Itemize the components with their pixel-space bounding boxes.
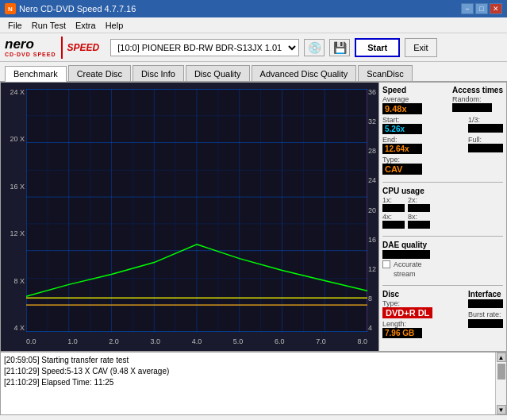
average-label: Average	[382, 95, 422, 103]
logo-nero: nero	[5, 37, 34, 52]
maximize-button[interactable]: □	[475, 3, 488, 14]
log-row-0: [20:59:05] Starting transfer rate test	[4, 355, 492, 366]
tab-benchmark[interactable]: Benchmark	[5, 66, 67, 82]
logo-sub: CD·DVD SPEED	[5, 52, 56, 57]
y-label-24: 24 X	[10, 89, 25, 96]
chart-svg	[26, 89, 367, 332]
y-label-4: 4 X	[13, 325, 25, 332]
end-value: 12.64x	[382, 144, 422, 154]
y-right-24: 24	[368, 177, 376, 184]
menu-run-test[interactable]: Run Test	[27, 19, 71, 32]
y-right-8: 8	[368, 295, 372, 302]
interface-label: Interface	[468, 290, 503, 299]
disc-section: Disc Type: DVD+R DL Length: 7.96 GB Inte…	[382, 290, 503, 338]
accurate-stream-checkbox[interactable]	[382, 260, 390, 268]
stream-label: stream	[394, 270, 416, 278]
divider1	[382, 182, 503, 183]
start-label: Start:	[382, 116, 422, 124]
tab-advanced-disc-quality[interactable]: Advanced Disc Quality	[252, 65, 357, 81]
y-axis-right: 36 32 28 24 20 16 12 8 4	[367, 89, 378, 332]
logo-area: nero CD·DVD SPEED SPEED	[5, 37, 99, 59]
disc-icon-button[interactable]: 💿	[304, 39, 325, 56]
length-label: Length:	[382, 320, 432, 328]
accurate-label: Accurate	[394, 260, 422, 268]
titlebar-left: N Nero CD-DVD Speed 4.7.7.16	[5, 3, 136, 14]
cpu-8x-label: 8x:	[408, 213, 430, 221]
disc-type-label: Type:	[382, 299, 432, 307]
y-right-36: 36	[368, 89, 376, 96]
x-label-1: 1.0	[67, 337, 78, 345]
minimize-button[interactable]: −	[461, 3, 474, 14]
speed-section: Speed Average 9.48x Access times Random:…	[382, 86, 503, 175]
end-label: End:	[382, 136, 422, 144]
burst-label: Burst rate:	[468, 310, 503, 318]
exit-button[interactable]: Exit	[405, 38, 436, 57]
logo-speed: SPEED	[67, 42, 100, 53]
main-content: 24 X 20 X 16 X 12 X 8 X 4 X	[0, 82, 507, 352]
scroll-up-button[interactable]: ▲	[497, 353, 506, 362]
close-button[interactable]: ✕	[490, 3, 502, 14]
speed-label: Speed	[382, 86, 422, 94]
type-value: CAV	[382, 164, 422, 175]
y-label-12: 12 X	[10, 230, 25, 237]
x-axis: 0.0 1.0 2.0 3.0 4.0 5.0 6.0 7.0 8.0	[26, 332, 367, 351]
menu-help[interactable]: Help	[101, 19, 129, 32]
random-value	[452, 103, 492, 112]
one-third-label: 1/3:	[468, 116, 503, 124]
average-value: 9.48x	[382, 103, 422, 114]
app-icon: N	[5, 3, 16, 14]
accurate-stream-row: Accurate	[382, 260, 503, 268]
x-label-3: 3.0	[151, 337, 161, 345]
y-right-32: 32	[368, 118, 376, 125]
log-row-1: [21:10:29] Speed:5-13 X CAV (9.48 X aver…	[4, 366, 492, 377]
titlebar: N Nero CD-DVD Speed 4.7.7.16 − □ ✕	[0, 0, 507, 17]
divider3	[382, 285, 503, 286]
logo-divider	[61, 37, 63, 59]
y-right-16: 16	[368, 237, 376, 244]
scroll-down-button[interactable]: ▼	[497, 405, 506, 414]
x-label-8: 8.0	[357, 337, 367, 345]
tab-scan-disc[interactable]: ScanDisc	[358, 65, 412, 81]
menubar: File Run Test Extra Help	[0, 17, 507, 33]
toolbar: nero CD·DVD SPEED SPEED [10:0] PIONEER B…	[0, 33, 507, 62]
y-label-16: 16 X	[10, 183, 25, 191]
log-content: [20:59:05] Starting transfer rate test […	[1, 353, 495, 414]
save-icon-button[interactable]: 💾	[329, 39, 350, 56]
dae-section: DAE quality Accurate stream	[382, 241, 503, 278]
scroll-thumb[interactable]	[497, 364, 505, 380]
side-panel: Speed Average 9.48x Access times Random:…	[379, 83, 506, 351]
cpu-2x-label: 2x:	[408, 196, 430, 204]
disc-label: Disc	[382, 290, 432, 299]
tabs: Benchmark Create Disc Disc Info Disc Qua…	[0, 62, 507, 82]
x-label-6: 6.0	[275, 337, 285, 345]
x-label-4: 4.0	[192, 337, 202, 345]
drive-select[interactable]: [10:0] PIONEER BD-RW BDR-S13JX 1.01	[110, 39, 299, 56]
menu-file[interactable]: File	[3, 19, 27, 32]
y-label-20: 20 X	[10, 136, 25, 143]
titlebar-controls[interactable]: − □ ✕	[461, 3, 502, 14]
start-button[interactable]: Start	[355, 38, 400, 57]
y-right-28: 28	[368, 148, 376, 155]
y-axis-left: 24 X 20 X 16 X 12 X 8 X 4 X	[1, 89, 26, 332]
x-label-5: 5.0	[233, 337, 244, 345]
cpu-4x-label: 4x:	[382, 213, 405, 221]
tab-disc-info[interactable]: Disc Info	[133, 65, 184, 81]
chart-area: 24 X 20 X 16 X 12 X 8 X 4 X	[1, 83, 379, 351]
y-label-8: 8 X	[13, 278, 25, 285]
log-scrollbar: ▲ ▼	[495, 353, 506, 414]
access-label: Access times	[452, 86, 503, 94]
full-label: Full:	[468, 136, 503, 144]
tab-create-disc[interactable]: Create Disc	[68, 65, 131, 81]
x-label-0: 0.0	[26, 337, 36, 345]
type-label: Type:	[382, 156, 503, 164]
start-value: 5.26x	[382, 124, 422, 134]
log-area: [20:59:05] Starting transfer rate test […	[0, 352, 507, 415]
tab-disc-quality[interactable]: Disc Quality	[186, 65, 250, 81]
y-right-20: 20	[368, 207, 376, 214]
length-value: 7.96 GB	[382, 328, 422, 338]
menu-extra[interactable]: Extra	[71, 19, 101, 32]
cpu-1x-label: 1x:	[382, 196, 405, 204]
log-row-2: [21:10:29] Elapsed Time: 11:25	[4, 377, 492, 388]
logo: nero CD·DVD SPEED SPEED	[5, 37, 99, 59]
cpu-section: CPU usage 1x: 2x: 4x:	[382, 187, 503, 229]
